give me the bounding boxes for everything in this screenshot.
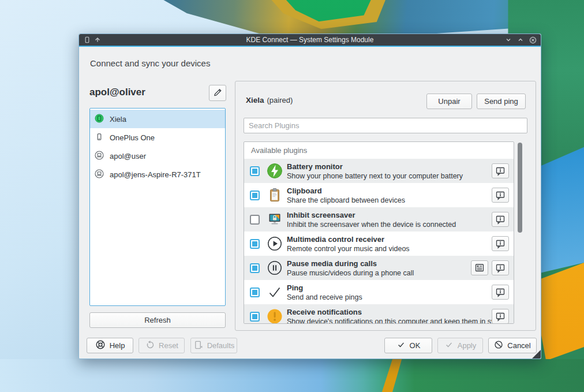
plugin-row-pause-media[interactable]: Pause media during calls Pause music/vid… bbox=[244, 256, 514, 280]
ok-button[interactable]: OK bbox=[384, 338, 432, 353]
plugin-row-clipboard[interactable]: Clipboard Share the clipboard between de… bbox=[244, 183, 514, 207]
plugin-checkbox[interactable] bbox=[250, 239, 260, 249]
notification-icon bbox=[267, 308, 283, 324]
device-list-item-oneplus[interactable]: OnePlus One bbox=[90, 128, 225, 147]
plugin-description: Pause music/videos during a phone call bbox=[287, 268, 414, 278]
send-ping-button[interactable]: Send ping bbox=[477, 94, 526, 109]
plugin-info-button[interactable] bbox=[492, 188, 509, 203]
document-revert-icon bbox=[193, 340, 203, 352]
plugin-row-notifications[interactable]: Receive notifications Show device's noti… bbox=[244, 304, 514, 324]
screensaver-icon bbox=[267, 211, 283, 227]
window-title: KDE Connect — System Settings Module bbox=[79, 36, 541, 44]
plugin-list-header: Available plugins bbox=[244, 142, 514, 159]
paired-device-title: Xiela(paired) bbox=[246, 96, 293, 104]
plugin-checkbox[interactable] bbox=[250, 312, 260, 322]
cancel-icon bbox=[494, 340, 503, 351]
own-device-name: apol@oliver bbox=[89, 87, 145, 98]
search-plugins-input[interactable] bbox=[244, 118, 527, 133]
device-label: apol@jens-Aspire-R7-371T bbox=[110, 170, 201, 179]
help-icon bbox=[95, 339, 106, 352]
plugin-checkbox[interactable] bbox=[250, 166, 260, 176]
plugin-title: Clipboard bbox=[287, 186, 405, 196]
plugin-checkbox[interactable] bbox=[250, 263, 260, 273]
device-label: Xiela bbox=[110, 115, 126, 124]
plugin-row-screensaver[interactable]: Inhibit screensaver Inhibit the screensa… bbox=[244, 207, 514, 232]
rename-device-button[interactable] bbox=[209, 85, 226, 101]
plugin-description: Remote control your music and videos bbox=[287, 244, 410, 253]
plugin-description: Show your phone battery next to your com… bbox=[287, 171, 463, 181]
defaults-button[interactable]: Defaults bbox=[190, 338, 237, 353]
refresh-label: Refresh bbox=[144, 316, 171, 324]
minimize-button[interactable] bbox=[505, 36, 512, 43]
plugin-info-button[interactable] bbox=[492, 236, 509, 251]
maximize-button[interactable] bbox=[517, 36, 524, 43]
plugin-list-scrollbar[interactable] bbox=[518, 143, 522, 323]
plugin-description: Inhibit the screensaver when the device … bbox=[287, 220, 456, 229]
smartphone-icon bbox=[95, 132, 104, 143]
clipboard-icon bbox=[267, 187, 283, 203]
unpair-button[interactable]: Unpair bbox=[426, 94, 472, 109]
plugin-info-button[interactable] bbox=[492, 309, 509, 324]
device-detail-panel: Xiela(paired) Unpair Send ping Available… bbox=[235, 81, 536, 331]
plugin-checkbox[interactable] bbox=[250, 215, 260, 225]
device-label: OnePlus One bbox=[110, 133, 155, 142]
plugin-title: Battery monitor bbox=[287, 162, 463, 171]
plugin-title: Ping bbox=[287, 283, 362, 293]
battery-icon bbox=[267, 163, 283, 179]
laptop-icon bbox=[95, 169, 104, 180]
titlebar-accent-line bbox=[79, 46, 541, 47]
checkmark-icon bbox=[267, 284, 283, 300]
plugin-description: Send and receive pings bbox=[287, 293, 362, 302]
wallpaper-polygon bbox=[0, 359, 584, 392]
plugin-info-button[interactable] bbox=[492, 285, 509, 300]
refresh-button[interactable]: Refresh bbox=[89, 312, 226, 328]
scrollbar-thumb[interactable] bbox=[518, 143, 522, 233]
plugin-row-multimedia[interactable]: Multimedia control receiver Remote contr… bbox=[244, 232, 514, 256]
apply-button[interactable]: Apply bbox=[437, 338, 483, 353]
plugin-checkbox[interactable] bbox=[250, 288, 260, 297]
plugin-title: Inhibit screensaver bbox=[287, 210, 456, 220]
plugin-row-battery[interactable]: Battery monitor Show your phone battery … bbox=[244, 159, 514, 183]
device-list: Xiela OnePlus One apol@user apol@jens-As… bbox=[89, 108, 226, 306]
play-circle-icon bbox=[267, 236, 283, 252]
undo-icon bbox=[145, 340, 155, 352]
plugin-info-button[interactable] bbox=[492, 163, 509, 178]
plugin-title: Pause media during calls bbox=[287, 259, 414, 268]
plugin-info-button[interactable] bbox=[492, 260, 509, 275]
plugin-checkbox[interactable] bbox=[250, 191, 260, 200]
plugin-list: Available plugins Battery monitor Show y… bbox=[244, 141, 514, 324]
plugin-description: Show device's notifications on this comp… bbox=[287, 317, 492, 324]
pencil-icon bbox=[212, 87, 223, 99]
titlebar[interactable]: KDE Connect — System Settings Module bbox=[79, 34, 541, 46]
smartphone-connected-icon bbox=[95, 114, 104, 125]
device-list-item-apol-user[interactable]: apol@user bbox=[90, 147, 225, 165]
kde-connect-settings-window: KDE Connect — System Settings Module Con… bbox=[78, 33, 541, 359]
plugin-configure-button[interactable] bbox=[471, 260, 488, 275]
plugin-info-button[interactable] bbox=[492, 212, 509, 227]
pause-circle-icon bbox=[267, 260, 283, 276]
laptop-icon bbox=[95, 151, 104, 162]
desktop-wallpaper: KDE Connect — System Settings Module Con… bbox=[0, 0, 584, 392]
plugin-title: Multimedia control receiver bbox=[287, 234, 410, 244]
plugin-row-ping[interactable]: Ping Send and receive pings bbox=[244, 280, 514, 304]
plugin-title: Receive notifications bbox=[287, 307, 492, 317]
paired-state-label: (paired) bbox=[267, 96, 293, 104]
device-label: apol@user bbox=[110, 152, 146, 160]
close-button[interactable] bbox=[529, 36, 537, 44]
help-button[interactable]: Help bbox=[87, 338, 133, 353]
device-name: Xiela bbox=[246, 96, 264, 104]
ok-check-icon bbox=[396, 340, 406, 351]
cancel-button[interactable]: Cancel bbox=[488, 338, 537, 353]
device-list-item-apol-jens[interactable]: apol@jens-Aspire-R7-371T bbox=[90, 165, 225, 184]
reset-button[interactable]: Reset bbox=[138, 338, 185, 353]
apply-check-icon bbox=[444, 340, 454, 351]
plugin-description: Share the clipboard between devices bbox=[287, 196, 405, 205]
page-title: Connect and sync your devices bbox=[90, 58, 210, 68]
device-list-item-xiela[interactable]: Xiela bbox=[90, 110, 225, 128]
